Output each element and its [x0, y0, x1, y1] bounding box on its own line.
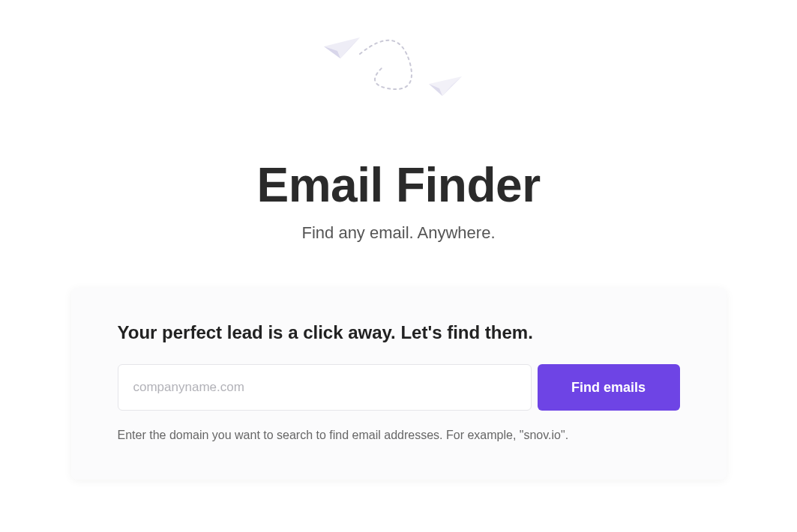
page-title: Email Finder [256, 157, 540, 213]
card-title: Your perfect lead is a click away. Let's… [118, 322, 680, 343]
paper-plane-illustration [301, 22, 496, 112]
page-subtitle: Find any email. Anywhere. [301, 223, 495, 243]
search-row: Find emails [118, 364, 680, 411]
search-card: Your perfect lead is a click away. Let's… [71, 288, 727, 480]
find-emails-button[interactable]: Find emails [538, 364, 680, 411]
helper-text: Enter the domain you want to search to f… [118, 429, 680, 442]
domain-input[interactable] [118, 364, 532, 411]
